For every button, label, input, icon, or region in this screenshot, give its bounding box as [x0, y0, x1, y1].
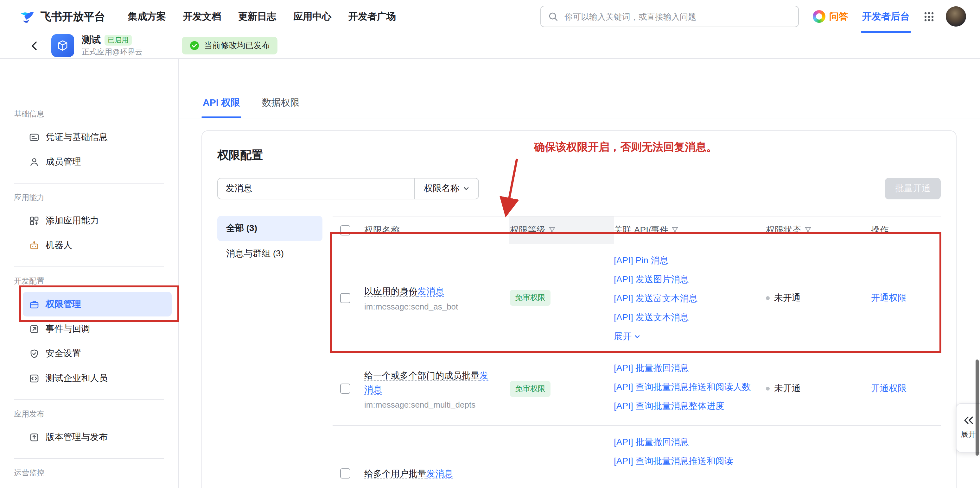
permission-search-group: 权限名称	[217, 178, 479, 200]
nav-item-integration[interactable]: 集成方案	[128, 10, 166, 22]
sidebar-item-label: 版本管理与发布	[46, 431, 108, 443]
robot-icon	[29, 240, 39, 250]
col-action: 操作	[871, 217, 941, 244]
sidebar-section-monitoring: 运营监控	[0, 468, 178, 483]
sidebar-item-test-enterprise[interactable]: 测试企业和人员	[23, 366, 172, 391]
search-type-value: 权限名称	[424, 183, 459, 194]
search-type-select[interactable]: 权限名称	[414, 179, 478, 199]
sidebar-item-members[interactable]: 成员管理	[23, 149, 172, 174]
briefcase-icon	[29, 299, 39, 309]
expand-apis-link[interactable]: 展开	[614, 329, 753, 344]
sidebar-item-version-release[interactable]: 版本管理与发布	[23, 425, 172, 449]
enable-permission-link[interactable]: 开通权限	[871, 292, 907, 304]
permission-name[interactable]: 给多个用户批量发消息	[364, 466, 493, 480]
nav-item-app-center[interactable]: 应用中心	[293, 10, 331, 22]
user-avatar[interactable]	[946, 6, 966, 27]
main-content: API 权限 数据权限 权限配置 权限名称 批量开通 全部 (3) 消息与群组 …	[179, 59, 980, 488]
row-checkbox[interactable]	[340, 383, 350, 394]
status-dot-icon	[766, 296, 770, 300]
app-name: 测试	[82, 34, 101, 46]
sidebar-item-label: 权限管理	[46, 298, 81, 310]
sidebar-divider	[14, 458, 164, 459]
qa-ring-icon	[813, 10, 826, 23]
upload-box-icon	[29, 432, 39, 442]
col-permission-name: 权限名称	[364, 217, 509, 244]
app-type-label: 正式应用@环界云	[82, 46, 143, 57]
row-checkbox[interactable]	[340, 293, 350, 303]
sidebar-item-label: 测试企业和人员	[46, 372, 108, 384]
id-card-icon	[29, 132, 39, 142]
sidebar-item-label: 成员管理	[46, 156, 81, 167]
search-icon	[549, 12, 558, 21]
status-cell: 未开通	[766, 292, 871, 304]
api-link[interactable]: [API] 批量撤回消息	[614, 361, 753, 376]
permission-config-card: 权限配置 权限名称 批量开通 全部 (3) 消息与群组 (3)	[202, 130, 956, 488]
tab-api-permission[interactable]: API 权限	[202, 97, 241, 118]
filter-funnel-icon[interactable]	[549, 227, 555, 234]
sidebar-item-security[interactable]: 安全设置	[23, 341, 172, 366]
developer-console-link[interactable]: 开发者后台	[862, 0, 910, 33]
app-icon	[51, 34, 74, 57]
tab-data-permission[interactable]: 数据权限	[260, 97, 301, 118]
qa-label: 问答	[829, 10, 848, 22]
sidebar: 基础信息 凭证与基础信息 成员管理 应用能力 添加应用能力 机器人 开发配置 权…	[0, 59, 179, 488]
table-row: 给一个或多个部门的成员批量发消息 im:message:send_multi_d…	[332, 352, 941, 426]
sidebar-item-events[interactable]: 事件与回调	[23, 317, 172, 341]
permission-name[interactable]: 以应用的身份发消息	[364, 284, 493, 298]
table-row: 给多个用户批量发消息 [API] 批量撤回消息 [API] 查询批量消息推送和阅…	[332, 426, 941, 488]
col-permission-level: 权限等级	[509, 217, 614, 244]
app-meta: 测试 已启用 正式应用@环界云	[82, 34, 143, 57]
api-link[interactable]: [API] Pin 消息	[614, 253, 753, 268]
bulk-enable-button[interactable]: 批量开通	[885, 178, 941, 200]
col-related-api: 关联 API/事件	[614, 217, 766, 244]
sidebar-item-bot[interactable]: 机器人	[23, 233, 172, 258]
sidebar-item-credentials[interactable]: 凭证与基础信息	[23, 125, 172, 149]
feishu-logo-icon	[19, 8, 35, 25]
back-button[interactable]	[30, 40, 39, 51]
enable-permission-link[interactable]: 开通权限	[871, 383, 907, 395]
grid-plus-icon	[29, 215, 39, 226]
level-badge: 免审权限	[510, 381, 550, 396]
status-dot-icon	[766, 387, 770, 391]
sidebar-divider	[14, 183, 164, 184]
permission-tabs: API 权限 数据权限	[179, 59, 980, 118]
api-link[interactable]: [API] 批量撤回消息	[614, 435, 753, 449]
filter-all[interactable]: 全部 (3)	[217, 216, 323, 241]
api-link[interactable]: [API] 发送富文本消息	[614, 291, 753, 306]
global-search[interactable]	[540, 6, 799, 27]
nav-item-dev-plaza[interactable]: 开发者广场	[348, 10, 396, 22]
nav-item-docs[interactable]: 开发文档	[183, 10, 221, 22]
level-badge: 免审权限	[510, 290, 550, 306]
qa-button[interactable]: 问答	[813, 10, 848, 23]
publish-status-pill: 当前修改均已发布	[182, 37, 277, 54]
check-circle-icon	[189, 41, 200, 51]
permission-table: 权限名称 权限等级 关联 API/事件 权限状态	[332, 216, 941, 488]
page: 飞书开放平台 集成方案 开发文档 更新日志 应用中心 开发者广场 问答 开发者后…	[0, 0, 980, 488]
select-all-checkbox[interactable]	[340, 225, 350, 235]
api-link[interactable]: [API] 发送文本消息	[614, 310, 753, 325]
sidebar-item-add-capability[interactable]: 添加应用能力	[23, 208, 172, 233]
permission-name[interactable]: 给一个或多个部门的成员批量发消息	[364, 368, 493, 396]
developer-console-label: 开发者后台	[862, 10, 910, 22]
scrollbar-thumb[interactable]	[975, 360, 979, 456]
api-link[interactable]: [API] 查询批量消息推送和阅读人数	[614, 380, 753, 395]
api-link[interactable]: [API] 查询批量消息推送和阅读	[614, 454, 753, 468]
filter-funnel-icon[interactable]	[805, 227, 811, 234]
code-icon	[29, 373, 39, 383]
event-callback-icon	[29, 324, 39, 334]
search-input[interactable]	[563, 11, 791, 22]
permission-search-input[interactable]	[218, 179, 414, 199]
api-link[interactable]: [API] 查询批量消息整体进度	[614, 399, 753, 413]
brand[interactable]: 飞书开放平台	[19, 8, 105, 25]
content-area: 全部 (3) 消息与群组 (3) 权限名称 权限等级 关联 API/事件	[217, 216, 941, 488]
apps-grid-icon[interactable]	[924, 11, 934, 22]
filter-funnel-icon[interactable]	[672, 227, 679, 234]
nav-item-changelog[interactable]: 更新日志	[238, 10, 276, 22]
sidebar-item-label: 凭证与基础信息	[46, 132, 108, 143]
row-checkbox[interactable]	[340, 468, 350, 478]
api-link[interactable]: [API] 发送图片消息	[614, 272, 753, 287]
filter-message-group[interactable]: 消息与群组 (3)	[217, 241, 323, 266]
col-permission-status: 权限状态	[766, 217, 871, 244]
sidebar-item-label: 添加应用能力	[46, 215, 99, 226]
sidebar-item-permissions[interactable]: 权限管理	[23, 292, 172, 317]
